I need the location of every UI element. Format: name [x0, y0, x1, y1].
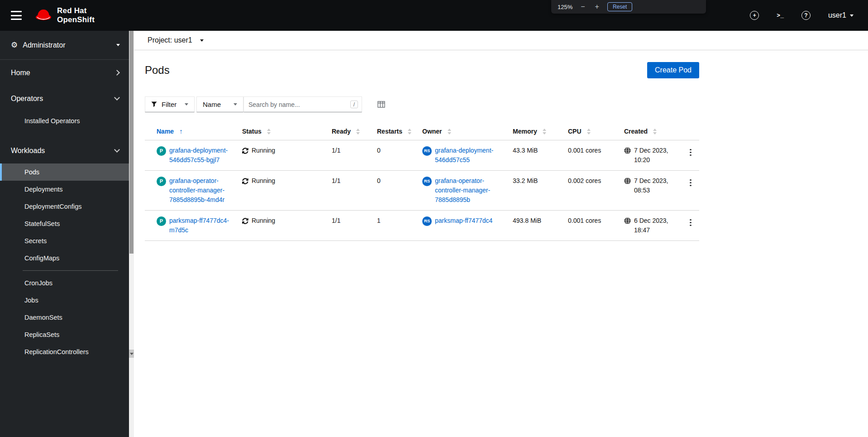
sidebar-item-deploymentconfigs[interactable]: DeploymentConfigs — [0, 198, 129, 215]
sidebar-item-operators[interactable]: Operators — [0, 86, 129, 111]
column-header-name[interactable]: Name↑ — [145, 122, 238, 140]
zoom-level: 125% — [558, 4, 572, 10]
sidebar-item-replicasets[interactable]: ReplicaSets — [0, 326, 129, 343]
pod-badge: P — [157, 146, 166, 156]
chevron-down-icon — [234, 103, 237, 106]
column-header-cpu[interactable]: CPU — [564, 122, 620, 140]
redhat-openshift-logo[interactable]: Red Hat OpenShift — [34, 6, 95, 24]
sidebar-item-home[interactable]: Home — [0, 60, 129, 86]
pod-restarts: 1 — [377, 217, 381, 224]
sort-icon — [653, 129, 657, 134]
pod-created: 7 Dec 2023, 08:53 — [634, 176, 679, 195]
kebab-menu-button[interactable] — [686, 176, 695, 189]
sync-running-icon — [242, 148, 248, 154]
globe-icon — [624, 217, 631, 224]
column-header-created[interactable]: Created — [620, 122, 682, 140]
column-header-ready[interactable]: Ready — [328, 122, 373, 140]
sidebar-item-secrets[interactable]: Secrets — [0, 232, 129, 250]
column-header-status[interactable]: Status — [238, 122, 328, 140]
globe-icon — [624, 178, 631, 184]
zoom-in-button[interactable]: + — [593, 3, 601, 10]
project-selector[interactable]: Project: user1 — [145, 36, 206, 45]
masthead-actions: + >_ ? user1 — [747, 10, 868, 20]
chevron-down-icon — [185, 103, 188, 106]
sidebar-item-configmaps[interactable]: ConfigMaps — [0, 250, 129, 267]
masthead: Red Hat OpenShift + >_ ? user1 — [0, 0, 868, 31]
sidebar-nav: ⚙ Administrator Home Operators Installed… — [0, 31, 129, 437]
column-header-owner[interactable]: Owner — [419, 122, 509, 140]
scrollbar-down-arrow[interactable] — [129, 350, 134, 358]
pod-cpu: 0.001 cores — [568, 217, 601, 224]
column-header-memory[interactable]: Memory — [509, 122, 564, 140]
sidebar-scrollbar[interactable] — [129, 31, 134, 437]
sidebar-item-workloads[interactable]: Workloads — [0, 138, 129, 163]
pod-status: Running — [252, 176, 275, 186]
column-management-button[interactable] — [377, 100, 386, 109]
pod-name-link[interactable]: parksmap-ff7477dc4-m7d5c — [169, 216, 235, 235]
user-name: user1 — [828, 11, 846, 19]
kebab-menu-button[interactable] — [686, 146, 695, 159]
sort-icon — [356, 129, 360, 134]
filter-icon — [151, 101, 157, 107]
sort-icon — [448, 129, 451, 134]
pod-ready: 1/1 — [332, 147, 340, 154]
perspective-switcher[interactable]: ⚙ Administrator — [0, 31, 129, 60]
owner-link[interactable]: grafana-deployment-546dd57c55 — [435, 146, 506, 165]
replicaset-badge: RS — [422, 216, 432, 226]
brand-text: Red Hat OpenShift — [57, 6, 95, 24]
kebab-menu-button[interactable] — [686, 216, 695, 229]
sidebar-item-statefulsets[interactable]: StatefulSets — [0, 215, 129, 232]
chevron-down-icon — [114, 147, 120, 153]
columns-icon — [377, 101, 385, 108]
pod-name-link[interactable]: grafana-deployment-546dd57c55-bgjl7 — [169, 146, 235, 165]
chevron-down-icon — [200, 39, 204, 42]
scrollbar-thumb[interactable] — [129, 31, 134, 254]
sidebar-item-jobs[interactable]: Jobs — [0, 292, 129, 309]
chevron-down-icon — [114, 95, 120, 101]
sidebar-item-replicationcontrollers[interactable]: ReplicationControllers — [0, 343, 129, 360]
table-row: P parksmap-ff7477dc4-m7d5c Running 1/1 1 — [145, 211, 699, 241]
table-row: P grafana-deployment-546dd57c55-bgjl7 Ru… — [145, 140, 699, 171]
user-menu[interactable]: user1 — [825, 11, 856, 20]
create-pod-button[interactable]: Create Pod — [647, 62, 699, 78]
keyboard-shortcut-badge: / — [350, 101, 358, 108]
quick-create-button[interactable]: + — [747, 10, 762, 20]
column-header-restarts[interactable]: Restarts — [373, 122, 419, 140]
zoom-reset-button[interactable]: Reset — [607, 2, 632, 11]
pod-name-link[interactable]: grafana-operator-controller-manager-7885… — [169, 176, 235, 205]
sidebar-item-deployments[interactable]: Deployments — [0, 181, 129, 198]
table-row: P grafana-operator-controller-manager-78… — [145, 171, 699, 211]
pod-created: 6 Dec 2023, 18:47 — [634, 216, 679, 235]
web-terminal-button[interactable]: >_ — [774, 12, 787, 19]
search-attribute-dropdown[interactable]: Name — [196, 96, 243, 112]
sort-icon — [587, 129, 591, 134]
replicaset-badge: RS — [422, 146, 432, 156]
owner-link[interactable]: grafana-operator-controller-manager-7885… — [435, 176, 506, 205]
browser-zoom-bubble: 125% − + Reset — [551, 0, 706, 14]
zoom-out-button[interactable]: − — [579, 3, 587, 10]
pod-restarts: 0 — [377, 147, 381, 154]
operators-sublist: Installed Operators — [0, 111, 129, 130]
hamburger-icon — [11, 11, 22, 12]
sidebar-item-pods[interactable]: Pods — [0, 163, 129, 181]
pod-badge: P — [157, 177, 166, 186]
main-content: Project: user1 Pods Create Pod Filter Na… — [134, 31, 868, 437]
help-button[interactable]: ? — [799, 10, 813, 20]
chevron-right-icon — [114, 70, 120, 76]
page-title: Pods — [145, 64, 170, 77]
owner-link[interactable]: parksmap-ff7477dc4 — [435, 216, 492, 226]
sidebar-item-cronjobs[interactable]: CronJobs — [0, 274, 129, 292]
terminal-icon: >_ — [777, 12, 784, 19]
table-header-row: Name↑ Status Ready Restarts Owner Memory… — [145, 122, 699, 140]
nav-toggle-button[interactable] — [10, 10, 23, 20]
sync-running-icon — [242, 178, 248, 184]
redhat-hat-icon — [34, 8, 52, 23]
pod-cpu: 0.002 cores — [568, 177, 601, 184]
project-bar: Project: user1 — [134, 31, 868, 50]
sidebar-item-installed-operators[interactable]: Installed Operators — [0, 111, 129, 130]
search-input[interactable] — [243, 96, 362, 112]
nav-divider — [23, 270, 118, 271]
filter-dropdown[interactable]: Filter — [145, 96, 195, 112]
chevron-down-icon — [116, 44, 120, 46]
sidebar-item-daemonsets[interactable]: DaemonSets — [0, 309, 129, 326]
